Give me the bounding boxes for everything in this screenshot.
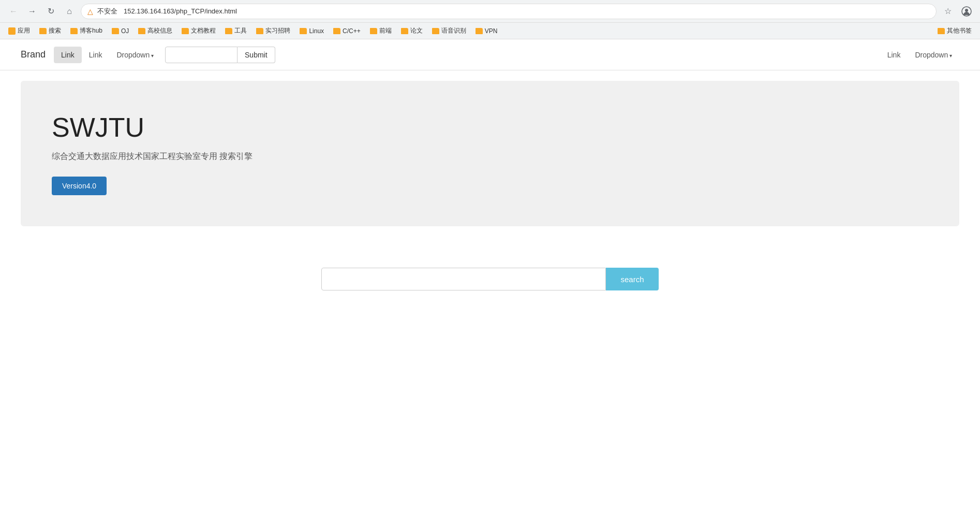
hero-section: SWJTU 综合交通大数据应用技术国家工程实验室专用 搜索引擎 Version4…: [21, 81, 959, 226]
bookmark-voice-label: 语音识别: [441, 26, 466, 35]
folder-icon: [70, 28, 78, 34]
bookmark-vpn-label: VPN: [485, 27, 498, 35]
bookmark-internship-label: 实习招聘: [265, 26, 290, 35]
bookmark-search[interactable]: 搜索: [35, 24, 65, 37]
navbar-right: Link Dropdown: [880, 47, 959, 63]
bookmark-paper-label: 论文: [410, 26, 423, 35]
bookmark-docs[interactable]: 文档教程: [177, 24, 220, 37]
navbar-right-link[interactable]: Link: [880, 47, 908, 63]
navbar-search-input[interactable]: [165, 47, 237, 63]
hero-title: SWJTU: [52, 112, 928, 143]
bookmark-apps-label: 应用: [18, 26, 30, 35]
nav-item-dropdown1: Dropdown: [109, 47, 161, 63]
hero-version-button[interactable]: Version4.0: [52, 177, 107, 195]
folder-icon: [112, 28, 119, 34]
reload-button[interactable]: ↻: [43, 4, 58, 19]
hero-subtitle: 综合交通大数据应用技术国家工程实验室专用 搜索引擎: [52, 151, 928, 162]
bookmark-vpn[interactable]: VPN: [471, 25, 502, 37]
folder-icon: [333, 28, 340, 34]
navbar: Brand Link Link Dropdown Submit Link Dro…: [0, 39, 980, 70]
navbar-nav: Link Link Dropdown: [54, 47, 161, 63]
browser-chrome: ← → ↻ ⌂ △ 不安全 152.136.164.163/php_TCP/in…: [0, 0, 980, 39]
bookmark-tools[interactable]: 工具: [221, 24, 251, 37]
browser-controls-bar: ← → ↻ ⌂ △ 不安全 152.136.164.163/php_TCP/in…: [0, 0, 980, 23]
navbar-brand[interactable]: Brand: [21, 49, 46, 60]
navbar-right-dropdown[interactable]: Dropdown: [908, 47, 959, 63]
nav-link-1[interactable]: Link: [54, 47, 82, 63]
navbar-search-form: Submit: [165, 47, 275, 63]
bookmark-frontend-label: 前端: [379, 26, 392, 35]
bookmark-university-label: 高校信息: [147, 26, 172, 35]
folder-icon: [432, 28, 439, 34]
bookmark-bloghub-label: 博客hub: [80, 26, 102, 35]
security-warning-text: 不安全: [97, 7, 117, 16]
bookmark-cpp[interactable]: C/C++: [329, 25, 365, 37]
bookmark-docs-label: 文档教程: [191, 26, 216, 35]
bookmark-search-label: 搜索: [49, 26, 61, 35]
nav-item-link2: Link: [82, 47, 110, 63]
folder-icon: [182, 28, 189, 34]
bookmark-bloghub[interactable]: 博客hub: [66, 24, 107, 37]
bookmark-frontend[interactable]: 前端: [366, 24, 396, 37]
bookmark-star-button[interactable]: ☆: [941, 4, 955, 19]
folder-icon: [256, 28, 263, 34]
address-text: 152.136.164.163/php_TCP/index.html: [124, 7, 237, 15]
page-content: Brand Link Link Dropdown Submit Link Dro…: [0, 39, 980, 454]
folder-icon: [938, 28, 945, 34]
bookmark-paper[interactable]: 论文: [397, 24, 427, 37]
bookmark-linux[interactable]: Linux: [295, 25, 328, 37]
apps-grid-icon: [8, 27, 16, 35]
search-section: search: [0, 237, 980, 322]
main-search-button[interactable]: search: [606, 268, 658, 290]
folder-icon: [39, 28, 47, 34]
main-search-input[interactable]: [321, 268, 606, 290]
home-button[interactable]: ⌂: [62, 4, 77, 19]
address-bar[interactable]: △ 不安全 152.136.164.163/php_TCP/index.html: [81, 4, 937, 19]
bookmark-university[interactable]: 高校信息: [134, 24, 176, 37]
navbar-submit-button[interactable]: Submit: [237, 47, 275, 63]
svg-point-1: [965, 9, 968, 12]
folder-icon: [370, 28, 377, 34]
bookmark-oj[interactable]: OJ: [108, 25, 133, 37]
back-button[interactable]: ←: [6, 4, 21, 19]
bookmark-tools-label: 工具: [234, 26, 247, 35]
bookmark-cpp-label: C/C++: [343, 27, 361, 35]
bookmark-oj-label: OJ: [121, 27, 129, 35]
bookmark-internship[interactable]: 实习招聘: [252, 24, 294, 37]
folder-icon: [476, 28, 483, 34]
forward-button[interactable]: →: [25, 4, 39, 19]
bookmark-others[interactable]: 其他书签: [933, 24, 976, 37]
bookmarks-bar: 应用 搜索 博客hub OJ 高校信息 文档教程 工具 实习招聘: [0, 23, 980, 39]
bookmark-linux-label: Linux: [309, 27, 324, 35]
folder-icon: [225, 28, 232, 34]
bookmark-voice[interactable]: 语音识别: [428, 24, 470, 37]
profile-button[interactable]: [959, 4, 974, 19]
security-warning-icon: △: [87, 7, 93, 16]
folder-icon: [401, 28, 408, 34]
folder-icon: [138, 28, 145, 34]
bookmark-others-label: 其他书签: [947, 26, 972, 35]
bookmark-apps[interactable]: 应用: [4, 24, 34, 37]
folder-icon: [300, 28, 307, 34]
nav-link-2[interactable]: Link: [82, 47, 110, 63]
nav-dropdown-toggle-1[interactable]: Dropdown: [109, 47, 161, 63]
nav-item-link1: Link: [54, 47, 82, 63]
